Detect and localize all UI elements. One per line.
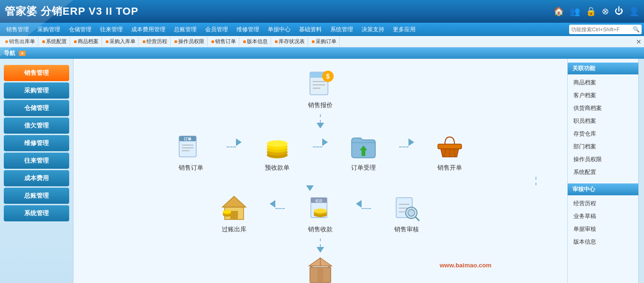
sidebar-item-sales[interactable]: 销售管理 [4,65,69,81]
flow-item-order-processing[interactable]: 订单受理 [342,131,385,172]
tab-product-file[interactable]: 商品档案 [71,37,102,46]
nav-warehouse[interactable]: 仓储管理 [65,24,95,35]
sidebar-item-cost[interactable]: 成本费用 [4,170,69,186]
prepayment-icon [261,131,294,162]
sales-quote-icon: $ [304,68,337,99]
tab-sales-order[interactable]: 销售订单 [209,37,239,46]
connector-h-3 [399,138,414,155]
nav-sales[interactable]: 销售管理 [2,24,33,35]
panel-link-customer[interactable]: 客户档案 [568,89,638,102]
sidebar-item-repair[interactable]: 维修管理 [4,135,69,151]
sidebar-item-system[interactable]: 系统管理 [4,205,69,221]
panel-link-operator-rights[interactable]: 操作员权限 [568,153,638,166]
panel-link-supplier[interactable]: 供货商档案 [568,102,638,115]
svg-marker-23 [222,196,246,207]
nav-basic[interactable]: 基础资料 [295,24,326,35]
svg-point-34 [314,209,327,213]
svg-text:订单: 订单 [184,137,192,141]
flow-item-shipment[interactable]: 过账出库 [213,192,255,234]
header-icons: 🏠 👥 🔒 ⊗ ⏻ 👤 [553,6,639,17]
flow-item-sales-open[interactable]: 销售开单 [428,131,471,172]
flow-label-prepayment: 预收款单 [265,164,290,172]
search-input[interactable] [571,27,633,32]
panel-link-history[interactable]: 经营历程 [568,197,638,210]
audit-center-title: 审核中心 [568,183,638,195]
tabs-bar: 销售出库单 系统配置 商品档案 采购入库单 经营历程 操作员权限 销售订单 版本… [0,36,644,47]
panel-gap [568,179,638,183]
user-icon[interactable]: 👤 [629,6,639,17]
flow-label-sales-open: 销售开单 [437,164,462,172]
search-icon[interactable]: 🔍 [633,26,640,33]
connector-down-1 [317,114,324,128]
home-icon[interactable]: 🏠 [553,6,564,17]
nav-cost[interactable]: 成本费用管理 [127,24,169,35]
sales-order-icon: 订单 [174,131,208,162]
flow-item-prepayment[interactable]: 预收款单 [256,131,299,172]
guide-close-button[interactable]: × [19,51,26,56]
sidebar-item-ledger[interactable]: 总账管理 [4,188,69,204]
tab-purchase-inbound[interactable]: 采购入库单 [103,37,139,46]
flow-label-sales-order: 销售订单 [179,164,203,172]
svg-text:收款: 收款 [315,199,323,203]
flow-label-sales-audit: 销售审核 [394,225,419,234]
power-icon[interactable]: ⏻ [615,6,623,17]
sales-audit-icon [390,192,423,223]
flow-item-sales-quote[interactable]: $ 销售报价 [299,68,342,110]
svg-point-28 [223,210,231,214]
tab-version-info[interactable]: 版本信息 [240,37,271,46]
flow-item-sales-audit[interactable]: 销售审核 [385,192,428,234]
panel-link-voucher-audit[interactable]: 单据审核 [568,223,638,236]
tab-operator-rights[interactable]: 操作员权限 [172,37,208,46]
lock-icon[interactable]: 🔒 [586,6,596,17]
panel-link-version[interactable]: 版本信息 [568,236,638,248]
panel-link-staff[interactable]: 职员档案 [568,115,638,128]
nav-repair[interactable]: 维修管理 [233,24,263,35]
svg-line-41 [416,217,419,220]
nav-system[interactable]: 系统管理 [327,24,357,35]
tab-operation-history[interactable]: 经营历程 [140,37,171,46]
nav-more[interactable]: 更多应用 [389,24,419,35]
svg-rect-46 [317,267,323,283]
panel-link-warehouse[interactable]: 存货仓库 [568,128,638,140]
svg-point-40 [408,210,415,216]
flow-item-sales-payment[interactable]: 收款 销售收款 [299,192,342,234]
flow-item-sales-return[interactable]: 销售退货 [299,254,342,283]
guide-bar: 导航 × [0,47,644,59]
user-group-icon[interactable]: 👥 [570,6,580,17]
flow-label-order-processing: 订单受理 [351,164,376,172]
flow-label-sales-quote: 销售报价 [308,101,333,110]
close-tabs-icon[interactable]: ✕ [636,38,642,46]
nav-decision[interactable]: 决策支持 [358,24,388,35]
panel-link-dept[interactable]: 部门档案 [568,140,638,153]
flow-row-3: 过账出库 收款 [213,192,428,234]
search-box: 🔍 [569,25,642,34]
nav-purchase[interactable]: 采购管理 [34,24,64,35]
connector-h-2 [313,138,328,155]
content-area: $ 销售报价 订单 [73,59,567,283]
logo: 管家婆 分销ERP V3 II TOP [5,4,138,18]
sidebar-item-transaction[interactable]: 往来管理 [4,153,69,169]
close-circle-icon[interactable]: ⊗ [602,6,609,17]
panel-link-draft[interactable]: 业务草稿 [568,210,638,223]
nav-member[interactable]: 会员管理 [201,24,232,35]
tab-sales-outbound[interactable]: 销售出库单 [2,37,38,46]
tab-purchase-order[interactable]: 采购订单 [309,37,340,46]
panel-link-sys-config[interactable]: 系统配置 [568,166,638,179]
svg-text:$: $ [326,73,330,80]
navbar: 销售管理 采购管理 仓储管理 往来管理 成本费用管理 总账管理 会员管理 维修管… [0,23,644,36]
svg-point-18 [267,140,288,147]
header: 管家婆 分销ERP V3 II TOP 🏠 👥 🔒 ⊗ ⏻ 👤 [0,0,644,23]
tab-system-config[interactable]: 系统配置 [39,37,70,46]
panel-link-product[interactable]: 商品档案 [568,76,638,89]
tab-stock-status[interactable]: 库存状况表 [272,37,308,46]
sidebar-item-purchase[interactable]: 采购管理 [4,82,69,99]
sidebar-item-debt[interactable]: 借欠管理 [4,118,69,134]
flow-row-1: $ 销售报价 [299,68,342,110]
nav-voucher[interactable]: 单据中心 [264,24,294,35]
sales-open-icon [433,131,466,162]
nav-ledger[interactable]: 总账管理 [170,24,200,35]
sidebar-item-warehouse[interactable]: 仓储管理 [4,100,69,116]
scrollbar[interactable] [638,59,644,283]
flow-item-sales-order[interactable]: 订单 销售订单 [170,131,212,172]
nav-transaction[interactable]: 往来管理 [96,24,127,35]
